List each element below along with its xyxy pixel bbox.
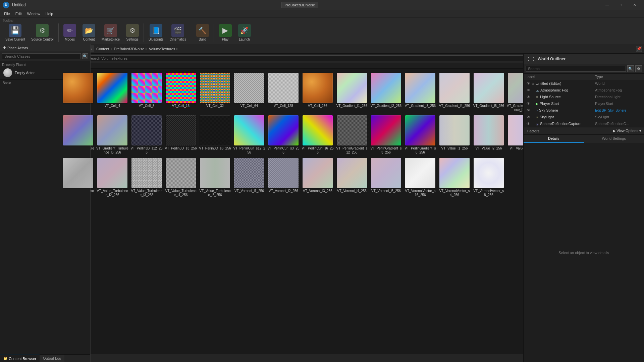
asset-item[interactable]: VT_Perlin3D_s12_256 <box>130 114 163 156</box>
launch-button[interactable]: 🚀 Launch <box>235 23 254 43</box>
wo-row-player-start[interactable]: 👁 ▶ Player Start PlayerStart <box>524 100 644 107</box>
asset-item[interactable]: VT_Cell_64 <box>232 71 266 113</box>
build-button[interactable]: 🔨 Build <box>193 23 212 43</box>
breadcrumb-prebaked[interactable]: PreBaked3DNoise <box>114 47 145 51</box>
wo-eye-untitled[interactable]: 👁 <box>526 81 531 86</box>
place-actors-header: ✚ Place Actors <box>0 44 90 52</box>
output-log-tab[interactable]: Output Log <box>40 355 64 362</box>
asset-item[interactable]: VT_Value_l1_256 <box>438 114 471 156</box>
asset-name-label: VT_Gradient_l2_256 <box>371 104 401 108</box>
asset-item[interactable]: VT_VoronoiVector_s4_256 <box>438 157 471 198</box>
wo-search-input[interactable] <box>526 66 626 72</box>
asset-item[interactable]: VT_Value_Turbulence_l3_256 <box>130 157 163 198</box>
main-toolbar: Toolbar 💾 Save Current ⚙ Source Control … <box>0 17 644 44</box>
world-outliner-title: World Outliner <box>538 57 566 61</box>
asset-item[interactable]: VT_Gradient_Turbulence_l5_256 <box>96 114 129 156</box>
wo-row-light-source[interactable]: 👁 ☀ Light Source DirectionalLight <box>524 94 644 100</box>
pin-button[interactable]: 📌 <box>636 46 642 52</box>
close-button[interactable]: ✕ <box>628 2 641 8</box>
asset-item[interactable]: VT_PerlinGradient_s6_256 <box>404 114 437 156</box>
maximize-button[interactable]: □ <box>614 2 628 8</box>
asset-item[interactable]: VT_PerlinCurl_s3_256 <box>267 114 300 156</box>
asset-item[interactable]: VT_PerlinCurl_s12_256 <box>232 114 266 156</box>
asset-item[interactable]: VT_Cell_8 <box>130 71 163 113</box>
asset-item[interactable]: VT_Cell_4 <box>96 71 129 113</box>
world-settings-tab[interactable]: World Settings <box>584 135 644 143</box>
search-classes-button[interactable]: 🔍 <box>82 53 88 59</box>
asset-item[interactable]: VT_Gradient_l3_256 <box>404 71 437 113</box>
asset-item[interactable]: VT_Value_Turbulence_l2_256 <box>96 157 129 198</box>
content-button[interactable]: 📂 Content <box>80 23 98 43</box>
wo-row-atm-fog[interactable]: 👁 ☁ Atmospheric Fog AtmosphericFog <box>524 87 644 94</box>
asset-item[interactable]: VT_PerlinGradient_s12_256 <box>335 114 369 156</box>
asset-item[interactable]: VT_Gradient_l1_256 <box>335 71 369 113</box>
asset-item[interactable]: VT_Voronoi_l2_256 <box>267 157 300 198</box>
minimize-button[interactable]: — <box>600 2 614 8</box>
asset-item[interactable]: VT_PerlinGradient_s3_256 <box>369 114 403 156</box>
asset-item[interactable]: VT_VoronoiVector_s16_256 <box>404 157 437 198</box>
modes-button[interactable]: ✏ Modes <box>61 23 79 43</box>
asset-item[interactable]: VT_Gradient_l5_256 <box>472 71 505 113</box>
wo-eye-atm-fog[interactable]: 👁 <box>526 87 531 93</box>
wo-eye-sky-sphere[interactable]: 👁 <box>526 108 531 113</box>
wo-settings-button[interactable]: ⚙ <box>635 65 642 72</box>
asset-thumbnail <box>439 158 470 188</box>
asset-item[interactable]: VT_Voronoi_l5_256 <box>369 157 403 198</box>
wo-eye-sphere-reflection[interactable]: 👁 <box>526 121 531 126</box>
wo-row-sphere-reflection[interactable]: 👁 ◎ SphereReflectionCapture SphereReflec… <box>524 120 644 127</box>
asset-name-label: VT_Voronoi_l1_256 <box>234 189 264 193</box>
asset-item[interactable]: VT_Value_Turbulence_l4_256 <box>164 157 198 198</box>
wo-eye-light-source[interactable]: 👁 <box>526 94 531 100</box>
output-log-tab-label: Output Log <box>43 356 61 360</box>
search-classes-row: 🔍 <box>0 52 90 61</box>
wo-view-options-button[interactable]: ▶ View Options ▾ <box>613 129 641 133</box>
wo-row-sky-sphere[interactable]: 👁 ○ Sky Sphere Edit BP_Sky_Sphere <box>524 107 644 114</box>
asset-thumbnail <box>166 73 196 103</box>
asset-item[interactable]: VT_Cell_128 <box>267 71 300 113</box>
asset-item[interactable]: VT_Cell_256 <box>301 71 334 113</box>
asset-item[interactable]: VT_Value_l2_256 <box>472 114 505 156</box>
asset-item[interactable]: VT_Perlin3D_s3_256 <box>164 114 198 156</box>
play-button[interactable]: ▶ Play <box>216 23 234 43</box>
asset-thumbnail <box>234 115 264 145</box>
asset-thumbnail <box>166 158 196 188</box>
menu-file[interactable]: File <box>1 10 13 17</box>
asset-name-label: VT_Value_Turbulence_l3_256 <box>130 189 163 197</box>
asset-item[interactable]: VT_Voronoi_l3_256 <box>301 157 334 198</box>
asset-item[interactable]: VT_PerlinCurl_s6_256 <box>301 114 334 156</box>
asset-item[interactable]: VT_Cell_32 <box>198 71 232 113</box>
settings-button[interactable]: ⚙ Settings <box>123 23 142 43</box>
wo-eye-player-start[interactable]: 👁 <box>526 101 531 106</box>
source-control-button[interactable]: ⚙ Source Control <box>29 23 56 43</box>
content-browser-tab[interactable]: 📁 Content Browser <box>0 355 40 362</box>
asset-name-label: VT_PerlinGradient_s3_256 <box>370 146 402 155</box>
asset-thumbnail <box>405 158 435 188</box>
details-tab[interactable]: Details <box>524 135 584 143</box>
asset-thumbnail <box>268 73 299 103</box>
actor-count-label: 7 actors <box>526 129 539 133</box>
wo-search-button[interactable]: 🔍 <box>627 65 634 72</box>
wo-row-skylight[interactable]: 👁 ✦ SkyLight SkyLight <box>524 114 644 120</box>
asset-item[interactable]: VT_Gradient_l4_256 <box>438 71 471 113</box>
menu-help[interactable]: Help <box>43 10 56 17</box>
asset-item[interactable]: VT_Value_Turbulence_l5_256 <box>198 157 232 198</box>
wo-eye-skylight[interactable]: 👁 <box>526 114 531 120</box>
menu-window[interactable]: Window <box>24 10 43 17</box>
asset-item[interactable]: VT_Gradient_l2_256 <box>369 71 403 113</box>
asset-name-label: VT_PerlinCurl_s6_256 <box>302 146 334 155</box>
menu-edit[interactable]: Edit <box>13 10 24 17</box>
cinematics-button[interactable]: 🎬 Cinematics <box>167 23 189 43</box>
wo-row-untitled[interactable]: 👁 ◇ Untitled (Editor) World <box>524 80 644 87</box>
breadcrumb-content[interactable]: Content <box>96 47 109 51</box>
search-classes-input[interactable] <box>2 53 81 59</box>
asset-item[interactable]: VT_Voronoi_l4_256 <box>335 157 369 198</box>
asset-item[interactable]: VT_Cell_16 <box>164 71 198 113</box>
asset-name-label: VT_Perlin3D_s6_256 <box>199 146 231 150</box>
asset-item[interactable]: VT_VoronoiVector_s8_256 <box>472 157 505 198</box>
blueprints-button[interactable]: 📘 Blueprints <box>146 23 166 43</box>
save-current-button[interactable]: 💾 Save Current <box>3 23 28 43</box>
breadcrumb-volumetextures[interactable]: VolumeTextures <box>149 47 175 51</box>
asset-item[interactable]: VT_Voronoi_l1_256 <box>232 157 266 198</box>
asset-item[interactable]: VT_Perlin3D_s6_256 <box>198 114 232 156</box>
marketplace-button[interactable]: 🛒 Marketplace <box>99 23 122 43</box>
